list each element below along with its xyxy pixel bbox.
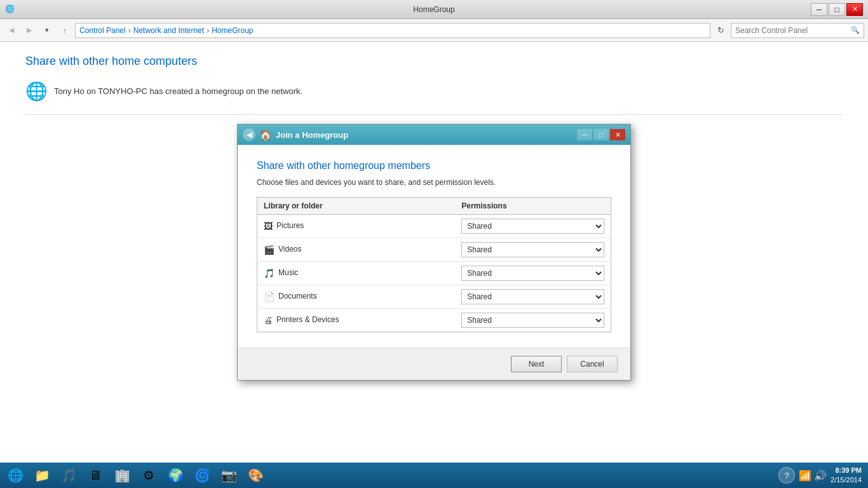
dialog-back-button[interactable]: ◀ (243, 128, 255, 141)
dialog-close-button[interactable]: ✕ (610, 129, 625, 140)
table-row: 🖨Printers & DevicesSharedNot sharedRead-… (257, 309, 611, 332)
taskbar-app-control-panel[interactable]: ⚙ (136, 464, 161, 487)
homegroup-text: Tony Ho on TONYHO-PC has created a homeg… (54, 86, 302, 96)
share-table: Library or folder Permissions 🖼PicturesS… (257, 197, 611, 332)
maximize-button[interactable]: □ (829, 3, 845, 16)
window-title: HomeGroup (413, 5, 454, 14)
search-input[interactable] (735, 26, 851, 35)
cancel-button[interactable]: Cancel (567, 356, 618, 372)
row-icon: 📄 (264, 292, 275, 302)
permission-select[interactable]: SharedNot sharedRead-only (461, 289, 604, 304)
tray-network-icon: 📶 (799, 470, 811, 482)
dialog-body: Share with other homegroup members Choos… (238, 145, 630, 348)
join-homegroup-dialog: ◀ 🏠 Join a Homegroup ─ □ ✕ Share with ot… (237, 124, 631, 381)
table-cell-permission: SharedNot sharedRead-only (455, 262, 611, 285)
taskbar-app-file-explorer[interactable]: 📁 (29, 464, 55, 487)
taskbar-app-app8[interactable]: 🎨 (243, 464, 268, 487)
table-cell-permission: SharedNot sharedRead-only (455, 215, 611, 238)
dialog-footer: Next Cancel (238, 348, 630, 380)
path-sep-2: › (207, 26, 209, 35)
permission-select[interactable]: SharedNot sharedRead-only (461, 242, 604, 257)
taskbar-app-internet-explorer[interactable]: 🌐 (3, 464, 28, 487)
search-icon: 🔍 (851, 26, 860, 34)
path-segment-cp[interactable]: Control Panel (79, 26, 126, 35)
clock: 8:39 PM 2/15/2014 (831, 466, 862, 485)
taskbar: 🌐📁🎵🖥🏢⚙🌍🌀📷🎨 ? 📶 🔊 8:39 PM 2/15/2014 (0, 463, 868, 488)
divider (25, 114, 843, 115)
tray-volume-icon: 🔊 (814, 470, 827, 482)
table-row: 🎬VideosSharedNot sharedRead-only (257, 238, 611, 262)
path-sep-1: › (128, 26, 131, 35)
table-cell-library: 📄Documents (257, 285, 456, 309)
table-cell-permission: SharedNot sharedRead-only (455, 285, 611, 309)
address-path[interactable]: Control Panel › Network and Internet › H… (75, 23, 710, 38)
page-title: Share with other home computers (25, 55, 843, 68)
row-icon: 🖼 (264, 221, 273, 231)
dialog-title-text: Join a Homegroup (276, 130, 348, 140)
col-header-permissions: Permissions (455, 198, 611, 215)
back-button[interactable]: ◀ (4, 23, 19, 38)
row-icon: 🎬 (264, 245, 275, 255)
permission-select[interactable]: SharedNot sharedRead-only (461, 266, 604, 281)
help-button[interactable]: ? (778, 467, 795, 484)
homegroup-icon: 🌐 (25, 81, 48, 102)
dialog-title-controls: ─ □ ✕ (577, 129, 625, 140)
permission-select[interactable]: SharedNot sharedRead-only (461, 313, 604, 328)
homegroup-info: 🌐 Tony Ho on TONYHO-PC has created a hom… (25, 81, 843, 102)
minimize-button[interactable]: ─ (811, 3, 827, 16)
dropdown-button[interactable]: ▾ (39, 23, 55, 38)
dialog-description: Choose files and devices you want to sha… (257, 178, 611, 187)
row-icon: 🖨 (264, 315, 273, 325)
taskbar-app-app6[interactable]: 🌀 (189, 464, 215, 487)
dialog-maximize-button[interactable]: □ (593, 129, 609, 140)
table-cell-library: 🖨Printers & Devices (257, 309, 456, 332)
refresh-button[interactable]: ↻ (713, 23, 728, 38)
dialog-heading: Share with other homegroup members (257, 160, 611, 172)
dialog-titlebar: ◀ 🏠 Join a Homegroup ─ □ ✕ (238, 125, 630, 145)
table-cell-permission: SharedNot sharedRead-only (455, 309, 611, 332)
table-row: 🎵MusicSharedNot sharedRead-only (257, 262, 611, 285)
permission-select[interactable]: SharedNot sharedRead-only (461, 219, 604, 234)
close-button[interactable]: ✕ (846, 3, 863, 16)
tray-icons: 📶 🔊 (799, 470, 827, 482)
taskbar-apps: 🌐📁🎵🖥🏢⚙🌍🌀📷🎨 (3, 464, 268, 487)
taskbar-app-media-player[interactable]: 🎵 (56, 464, 81, 487)
search-box[interactable]: 🔍 (731, 23, 864, 38)
table-cell-library: 🖼Pictures (257, 215, 456, 238)
table-cell-library: 🎵Music (257, 262, 456, 285)
table-row: 🖼PicturesSharedNot sharedRead-only (257, 215, 611, 238)
clock-date: 2/15/2014 (831, 475, 862, 485)
title-bar: 🌐 HomeGroup ─ □ ✕ (0, 0, 868, 19)
path-segment-ni[interactable]: Network and Internet (133, 26, 204, 35)
taskbar-app-display[interactable]: 🖥 (83, 464, 108, 487)
title-bar-controls: ─ □ ✕ (811, 3, 863, 16)
table-cell-permission: SharedNot sharedRead-only (455, 238, 611, 262)
table-cell-library: 🎬Videos (257, 238, 456, 262)
dialog-title-icon: 🏠 (259, 129, 272, 141)
up-button[interactable]: ↑ (57, 23, 72, 38)
row-icon: 🎵 (264, 268, 275, 278)
address-bar: ◀ ▶ ▾ ↑ Control Panel › Network and Inte… (0, 19, 868, 42)
taskbar-right: ? 📶 🔊 8:39 PM 2/15/2014 (778, 466, 865, 485)
dialog-minimize-button[interactable]: ─ (577, 129, 592, 140)
window-icon: 🌐 (5, 4, 15, 15)
col-header-library: Library or folder (257, 198, 456, 215)
dialog-titlebar-left: ◀ 🏠 Join a Homegroup (243, 128, 348, 141)
taskbar-app-chrome[interactable]: 🌍 (163, 464, 188, 487)
taskbar-app-hp[interactable]: 🏢 (109, 464, 135, 487)
next-button[interactable]: Next (511, 356, 562, 372)
path-segment-hg[interactable]: HomeGroup (212, 26, 253, 35)
taskbar-app-app7[interactable]: 📷 (216, 464, 241, 487)
table-row: 📄DocumentsSharedNot sharedRead-only (257, 285, 611, 309)
forward-button[interactable]: ▶ (22, 23, 37, 38)
title-bar-left: 🌐 (5, 4, 15, 15)
clock-time: 8:39 PM (831, 466, 862, 475)
